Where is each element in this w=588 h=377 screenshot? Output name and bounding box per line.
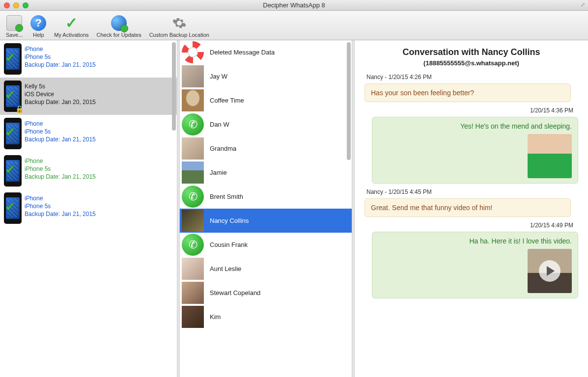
device-text: Kelly 5siOS DeviceBackup Date: Jan 20, 2… bbox=[25, 81, 96, 112]
contacts-pane: Deleted Message DataJay WCoffee Time✆Dan… bbox=[180, 40, 352, 377]
device-name: iPhone bbox=[25, 157, 96, 165]
video-attachment[interactable] bbox=[528, 249, 572, 293]
expand-icon[interactable]: ⤢ bbox=[581, 1, 585, 8]
phone-icon: ✔ bbox=[4, 155, 22, 187]
avatar-icon bbox=[182, 162, 204, 184]
contact-item[interactable]: Nancy Collins bbox=[180, 209, 352, 233]
contact-item[interactable]: Kim bbox=[180, 305, 352, 329]
check-overlay-icon: ✔ bbox=[5, 87, 16, 103]
contact-name: Dan W bbox=[210, 121, 229, 128]
contact-item[interactable]: ✆Cousin Frank bbox=[180, 233, 352, 257]
contact-name: Cousin Frank bbox=[210, 241, 248, 248]
avatar-icon bbox=[182, 306, 204, 328]
message-meta: Nancy - 1/20/15 4:45 PM bbox=[366, 188, 578, 195]
check-overlay-icon: ✔ bbox=[5, 50, 16, 65]
device-date: Backup Date: Jan 21, 2015 bbox=[25, 135, 96, 143]
device-model: iPhone 5s bbox=[25, 53, 96, 61]
help-icon: ? bbox=[30, 15, 46, 31]
save-button[interactable]: Save... bbox=[3, 12, 26, 39]
contact-name: Stewart Copeland bbox=[210, 289, 260, 296]
device-name: Kelly 5s bbox=[25, 82, 96, 90]
message-outgoing: Ha ha. Here it is! I love this video. bbox=[372, 232, 578, 298]
phone-call-icon: ✆ bbox=[182, 113, 204, 135]
devices-scrollbar[interactable] bbox=[170, 40, 177, 377]
activations-label: My Activations bbox=[54, 32, 88, 38]
message-incoming: Great. Send me that funny video of him! bbox=[364, 198, 571, 217]
device-item[interactable]: ✔iPhoneiPhone 5sBackup Date: Jan 21, 201… bbox=[0, 40, 177, 78]
contact-name: Jamie bbox=[210, 169, 227, 176]
image-attachment[interactable] bbox=[528, 134, 572, 178]
phone-icon: ✔🔒 bbox=[4, 81, 22, 112]
phone-call-icon: ✆ bbox=[182, 186, 204, 208]
conversation-pane: Conversation with Nancy Collins (1888555… bbox=[355, 40, 588, 377]
avatar-icon bbox=[182, 137, 204, 160]
globe-icon bbox=[111, 15, 127, 31]
device-item[interactable]: ✔iPhoneiPhone 5sBackup Date: Jan 21, 201… bbox=[0, 189, 177, 227]
contact-item[interactable]: ✆Brent Smith bbox=[180, 185, 352, 209]
check-overlay-icon: ✔ bbox=[5, 125, 16, 140]
phone-icon: ✔ bbox=[4, 118, 22, 149]
message-meta: Nancy - 1/20/15 4:26 PM bbox=[366, 74, 578, 81]
contacts-scrollbar[interactable] bbox=[345, 40, 352, 377]
toolbar: Save... ? Help ✓ My Activations Check fo… bbox=[0, 11, 588, 40]
devices-pane: ✔iPhoneiPhone 5sBackup Date: Jan 21, 201… bbox=[0, 40, 177, 377]
contact-name: Kim bbox=[210, 313, 221, 321]
message-outgoing: Yes! He's on the mend and sleeping. bbox=[372, 117, 578, 184]
contact-item[interactable]: Jay W bbox=[180, 64, 352, 88]
contact-item[interactable]: Aunt Leslie bbox=[180, 257, 352, 281]
message-text: Great. Send me that funny video of him! bbox=[371, 204, 564, 212]
device-item[interactable]: ✔🔒Kelly 5siOS DeviceBackup Date: Jan 20,… bbox=[0, 78, 177, 115]
device-model: iPhone 5s bbox=[25, 128, 96, 135]
conversation-subtitle: (18885555555@s.whatsapp.net) bbox=[364, 59, 578, 67]
device-item[interactable]: ✔iPhoneiPhone 5sBackup Date: Jan 21, 201… bbox=[0, 115, 177, 152]
updates-button[interactable]: Check for Updates bbox=[94, 12, 144, 39]
message-text: Ha ha. Here it is! I love this video. bbox=[378, 237, 572, 245]
message-meta: 1/20/15 4:49 PM bbox=[366, 222, 573, 229]
contact-item[interactable]: Grandma bbox=[180, 136, 352, 161]
device-text: iPhoneiPhone 5sBackup Date: Jan 21, 2015 bbox=[25, 155, 96, 187]
contact-name: Nancy Collins bbox=[210, 217, 249, 224]
avatar-icon bbox=[182, 282, 204, 304]
main-content: ✔iPhoneiPhone 5sBackup Date: Jan 21, 201… bbox=[0, 40, 588, 377]
help-button[interactable]: ? Help bbox=[28, 12, 49, 39]
avatar-icon bbox=[182, 65, 204, 87]
conversation-title: Conversation with Nancy Collins bbox=[364, 47, 578, 57]
save-label: Save... bbox=[6, 32, 23, 38]
save-icon bbox=[6, 15, 22, 31]
play-icon bbox=[528, 249, 572, 293]
contact-name: Grandma bbox=[210, 145, 236, 152]
contact-name: Jay W bbox=[210, 73, 227, 80]
contact-item[interactable]: ✆Dan W bbox=[180, 112, 352, 136]
device-name: iPhone bbox=[25, 45, 96, 53]
device-date: Backup Date: Jan 21, 2015 bbox=[25, 210, 96, 218]
contact-item[interactable]: Deleted Message Data bbox=[180, 40, 352, 64]
help-label: Help bbox=[33, 32, 44, 38]
contact-item[interactable]: Stewart Copeland bbox=[180, 281, 352, 305]
device-model: iPhone 5s bbox=[25, 165, 96, 173]
backup-location-button[interactable]: Custom Backup Location bbox=[146, 12, 212, 39]
contact-item[interactable]: Coffee Time bbox=[180, 88, 352, 112]
titlebar: Decipher WhatsApp 8 ⤢ bbox=[0, 0, 588, 11]
contact-name: Aunt Leslie bbox=[210, 265, 241, 272]
contact-name: Coffee Time bbox=[210, 97, 244, 104]
backup-label: Custom Backup Location bbox=[149, 32, 209, 38]
message-text: Yes! He's on the mend and sleeping. bbox=[378, 122, 572, 130]
phone-icon: ✔ bbox=[4, 43, 22, 75]
device-date: Backup Date: Jan 20, 2015 bbox=[25, 98, 96, 106]
contact-item[interactable]: Jamie bbox=[180, 161, 352, 185]
avatar-icon bbox=[182, 210, 204, 232]
device-text: iPhoneiPhone 5sBackup Date: Jan 21, 2015 bbox=[25, 192, 96, 224]
device-date: Backup Date: Jan 21, 2015 bbox=[25, 173, 96, 181]
activations-button[interactable]: ✓ My Activations bbox=[51, 12, 91, 39]
gear-icon bbox=[171, 15, 187, 31]
message-text: Has your son been feeling better? bbox=[371, 89, 564, 97]
avatar-icon bbox=[182, 258, 204, 280]
check-icon: ✓ bbox=[65, 14, 78, 31]
phone-icon: ✔ bbox=[4, 192, 22, 224]
device-text: iPhoneiPhone 5sBackup Date: Jan 21, 2015 bbox=[25, 43, 96, 75]
check-overlay-icon: ✔ bbox=[5, 199, 16, 215]
device-item[interactable]: ✔iPhoneiPhone 5sBackup Date: Jan 21, 201… bbox=[0, 152, 177, 189]
device-name: iPhone bbox=[25, 120, 96, 128]
lifebuoy-icon bbox=[182, 41, 204, 63]
check-overlay-icon: ✔ bbox=[5, 162, 16, 177]
